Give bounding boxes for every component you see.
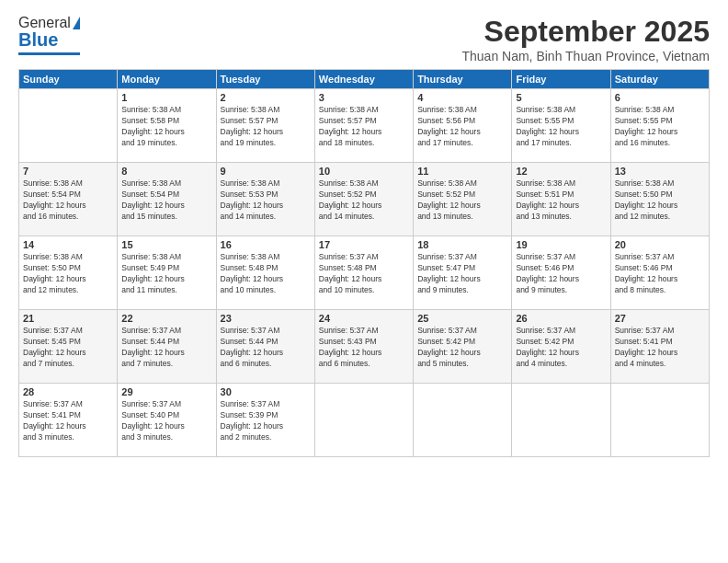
- day-number: 9: [221, 166, 311, 177]
- calendar-table: Sunday Monday Tuesday Wednesday Thursday…: [18, 69, 710, 457]
- day-number: 3: [319, 92, 409, 103]
- col-saturday: Saturday: [610, 70, 709, 89]
- title-block: September 2025 Thuan Nam, Binh Thuan Pro…: [461, 15, 710, 63]
- calendar-cell: 2Sunrise: 5:38 AM Sunset: 5:57 PM Daylig…: [216, 89, 314, 163]
- day-number: 29: [121, 386, 211, 397]
- calendar-cell: 6Sunrise: 5:38 AM Sunset: 5:55 PM Daylig…: [610, 89, 709, 163]
- logo-triangle-icon: [73, 17, 80, 29]
- day-number: 2: [221, 92, 311, 103]
- day-info: Sunrise: 5:38 AM Sunset: 5:56 PM Dayligh…: [417, 105, 507, 149]
- day-info: Sunrise: 5:37 AM Sunset: 5:45 PM Dayligh…: [23, 326, 113, 370]
- logo: General Blue: [18, 15, 80, 55]
- day-number: 25: [417, 313, 507, 324]
- calendar-cell: 15Sunrise: 5:38 AM Sunset: 5:49 PM Dayli…: [118, 236, 216, 310]
- month-title: September 2025: [461, 15, 710, 49]
- calendar-cell: 14Sunrise: 5:38 AM Sunset: 5:50 PM Dayli…: [19, 236, 118, 310]
- day-info: Sunrise: 5:38 AM Sunset: 5:52 PM Dayligh…: [319, 178, 409, 223]
- calendar-week-row: 14Sunrise: 5:38 AM Sunset: 5:50 PM Dayli…: [19, 236, 710, 310]
- day-number: 24: [319, 313, 409, 324]
- day-info: Sunrise: 5:38 AM Sunset: 5:53 PM Dayligh…: [221, 178, 311, 223]
- day-number: 17: [319, 239, 409, 250]
- day-info: Sunrise: 5:37 AM Sunset: 5:42 PM Dayligh…: [417, 326, 507, 370]
- day-info: Sunrise: 5:37 AM Sunset: 5:43 PM Dayligh…: [319, 326, 409, 370]
- calendar-cell: 4Sunrise: 5:38 AM Sunset: 5:56 PM Daylig…: [414, 89, 512, 163]
- day-info: Sunrise: 5:38 AM Sunset: 5:55 PM Dayligh…: [615, 105, 705, 149]
- day-number: 11: [417, 166, 507, 177]
- day-number: 28: [23, 386, 113, 397]
- header: General Blue September 2025 Thuan Nam, B…: [18, 15, 710, 63]
- logo-blue-text: Blue: [18, 29, 58, 51]
- col-friday: Friday: [512, 70, 610, 89]
- day-number: 20: [615, 239, 705, 250]
- calendar-cell: 27Sunrise: 5:37 AM Sunset: 5:41 PM Dayli…: [610, 310, 709, 384]
- calendar-cell: 18Sunrise: 5:37 AM Sunset: 5:47 PM Dayli…: [414, 236, 512, 310]
- calendar-cell: 16Sunrise: 5:38 AM Sunset: 5:48 PM Dayli…: [216, 236, 314, 310]
- day-number: 8: [121, 166, 211, 177]
- calendar-cell: [610, 384, 709, 457]
- calendar-cell: 11Sunrise: 5:38 AM Sunset: 5:52 PM Dayli…: [414, 163, 512, 236]
- day-info: Sunrise: 5:37 AM Sunset: 5:44 PM Dayligh…: [121, 326, 211, 370]
- day-number: 18: [417, 239, 507, 250]
- day-number: 23: [221, 313, 311, 324]
- day-number: 14: [23, 239, 113, 250]
- calendar-cell: 22Sunrise: 5:37 AM Sunset: 5:44 PM Dayli…: [118, 310, 216, 384]
- day-info: Sunrise: 5:38 AM Sunset: 5:58 PM Dayligh…: [121, 105, 211, 149]
- day-number: 12: [516, 166, 606, 177]
- calendar-week-row: 7Sunrise: 5:38 AM Sunset: 5:54 PM Daylig…: [19, 163, 710, 236]
- calendar-cell: 25Sunrise: 5:37 AM Sunset: 5:42 PM Dayli…: [414, 310, 512, 384]
- day-info: Sunrise: 5:38 AM Sunset: 5:49 PM Dayligh…: [121, 252, 211, 296]
- col-thursday: Thursday: [414, 70, 512, 89]
- day-info: Sunrise: 5:37 AM Sunset: 5:46 PM Dayligh…: [615, 252, 705, 296]
- calendar-cell: 3Sunrise: 5:38 AM Sunset: 5:57 PM Daylig…: [314, 89, 413, 163]
- day-number: 7: [23, 166, 113, 177]
- calendar-cell: 5Sunrise: 5:38 AM Sunset: 5:55 PM Daylig…: [512, 89, 610, 163]
- day-info: Sunrise: 5:37 AM Sunset: 5:47 PM Dayligh…: [417, 252, 507, 296]
- day-info: Sunrise: 5:38 AM Sunset: 5:55 PM Dayligh…: [516, 105, 606, 149]
- day-number: 16: [221, 239, 311, 250]
- calendar-cell: 20Sunrise: 5:37 AM Sunset: 5:46 PM Dayli…: [610, 236, 709, 310]
- calendar-cell: 12Sunrise: 5:38 AM Sunset: 5:51 PM Dayli…: [512, 163, 610, 236]
- calendar-cell: 21Sunrise: 5:37 AM Sunset: 5:45 PM Dayli…: [19, 310, 118, 384]
- day-number: 5: [516, 92, 606, 103]
- day-number: 6: [615, 92, 705, 103]
- day-number: 21: [23, 313, 113, 324]
- day-info: Sunrise: 5:37 AM Sunset: 5:40 PM Dayligh…: [121, 399, 211, 443]
- calendar-cell: 28Sunrise: 5:37 AM Sunset: 5:41 PM Dayli…: [19, 384, 118, 457]
- calendar-cell: [19, 89, 118, 163]
- calendar-cell: 24Sunrise: 5:37 AM Sunset: 5:43 PM Dayli…: [314, 310, 413, 384]
- calendar-cell: 1Sunrise: 5:38 AM Sunset: 5:58 PM Daylig…: [118, 89, 216, 163]
- day-number: 4: [417, 92, 507, 103]
- day-info: Sunrise: 5:38 AM Sunset: 5:50 PM Dayligh…: [23, 252, 113, 296]
- day-number: 27: [615, 313, 705, 324]
- calendar-cell: 9Sunrise: 5:38 AM Sunset: 5:53 PM Daylig…: [216, 163, 314, 236]
- day-info: Sunrise: 5:38 AM Sunset: 5:52 PM Dayligh…: [417, 178, 507, 223]
- day-info: Sunrise: 5:37 AM Sunset: 5:41 PM Dayligh…: [615, 326, 705, 370]
- day-info: Sunrise: 5:37 AM Sunset: 5:42 PM Dayligh…: [516, 326, 606, 370]
- day-info: Sunrise: 5:37 AM Sunset: 5:48 PM Dayligh…: [319, 252, 409, 296]
- day-info: Sunrise: 5:37 AM Sunset: 5:44 PM Dayligh…: [221, 326, 311, 370]
- calendar-week-row: 21Sunrise: 5:37 AM Sunset: 5:45 PM Dayli…: [19, 310, 710, 384]
- day-number: 22: [121, 313, 211, 324]
- day-info: Sunrise: 5:37 AM Sunset: 5:46 PM Dayligh…: [516, 252, 606, 296]
- calendar-week-row: 1Sunrise: 5:38 AM Sunset: 5:58 PM Daylig…: [19, 89, 710, 163]
- calendar-cell: 29Sunrise: 5:37 AM Sunset: 5:40 PM Dayli…: [118, 384, 216, 457]
- day-number: 30: [221, 386, 311, 397]
- calendar-cell: 8Sunrise: 5:38 AM Sunset: 5:54 PM Daylig…: [118, 163, 216, 236]
- calendar-cell: 30Sunrise: 5:37 AM Sunset: 5:39 PM Dayli…: [216, 384, 314, 457]
- page: General Blue September 2025 Thuan Nam, B…: [0, 0, 728, 563]
- day-info: Sunrise: 5:38 AM Sunset: 5:50 PM Dayligh…: [615, 178, 705, 223]
- col-monday: Monday: [118, 70, 216, 89]
- day-info: Sunrise: 5:38 AM Sunset: 5:48 PM Dayligh…: [221, 252, 311, 296]
- day-info: Sunrise: 5:38 AM Sunset: 5:57 PM Dayligh…: [221, 105, 311, 149]
- calendar-week-row: 28Sunrise: 5:37 AM Sunset: 5:41 PM Dayli…: [19, 384, 710, 457]
- day-number: 15: [121, 239, 211, 250]
- calendar-cell: 17Sunrise: 5:37 AM Sunset: 5:48 PM Dayli…: [314, 236, 413, 310]
- col-sunday: Sunday: [19, 70, 118, 89]
- day-number: 10: [319, 166, 409, 177]
- day-number: 26: [516, 313, 606, 324]
- day-info: Sunrise: 5:38 AM Sunset: 5:51 PM Dayligh…: [516, 178, 606, 223]
- calendar-cell: 7Sunrise: 5:38 AM Sunset: 5:54 PM Daylig…: [19, 163, 118, 236]
- calendar-cell: [314, 384, 413, 457]
- col-wednesday: Wednesday: [314, 70, 413, 89]
- calendar-cell: 23Sunrise: 5:37 AM Sunset: 5:44 PM Dayli…: [216, 310, 314, 384]
